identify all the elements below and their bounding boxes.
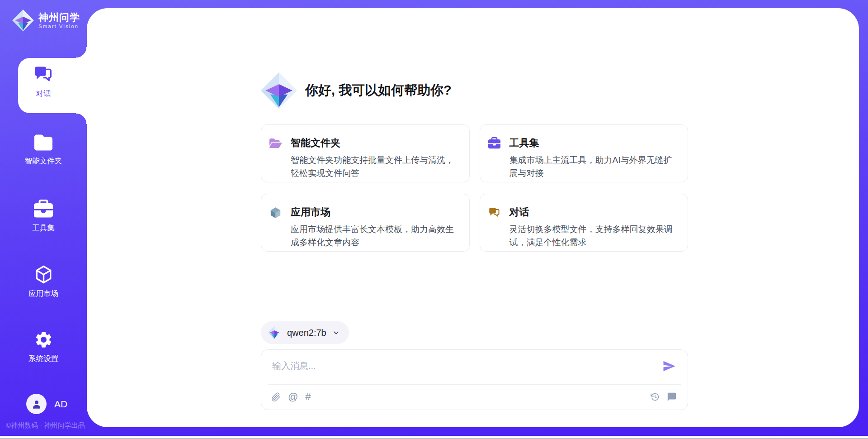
person-icon	[31, 398, 42, 410]
chat-bubbles-icon	[488, 206, 500, 219]
mention-button[interactable]: @	[288, 391, 298, 403]
card-description: 灵活切换多模型文件，支持多样回复效果调试，满足个性化需求	[509, 223, 677, 249]
topic-button[interactable]: #	[305, 391, 311, 403]
toolbox-icon	[34, 200, 53, 219]
paperclip-icon	[271, 392, 281, 402]
active-nav-fillet-bottom	[76, 113, 87, 124]
card-description: 集成市场上主流工具，助力AI与外界无缝扩展与对接	[509, 153, 677, 180]
chevron-down-icon	[332, 329, 340, 337]
hero-logo-icon	[260, 72, 298, 110]
composer-right-tools	[651, 384, 677, 410]
feature-cards: 智能文件夹 智能文件夹功能支持批量文件上传与清洗，轻松实现文件问答 工具集 集成…	[261, 124, 688, 252]
composer-divider	[268, 384, 681, 385]
sidebar-item-toolset[interactable]: 工具集	[0, 200, 87, 233]
card-chat[interactable]: 对话 灵活切换多模型文件，支持多样回复效果调试，满足个性化需求	[480, 194, 689, 252]
sidebar-item-label: 系统设置	[28, 354, 58, 364]
send-icon	[662, 359, 676, 373]
sidebar-item-settings[interactable]: 系统设置	[0, 330, 87, 364]
cube-icon	[269, 206, 282, 219]
avatar[interactable]	[26, 394, 47, 414]
sidebar-item-label: 对话	[36, 89, 51, 99]
card-description: 应用市场提供丰富长文本模板，助力高效生成多样化文章内容	[291, 223, 458, 249]
copyright-footer: ©神州数码 · 神州问学出品	[6, 421, 85, 430]
card-title: 工具集	[509, 136, 539, 150]
sidebar-item-label: 工具集	[32, 223, 55, 233]
sidebar-item-app-market[interactable]: 应用市场	[0, 265, 87, 299]
message-input[interactable]	[272, 356, 643, 375]
model-name: qwen2:7b	[287, 328, 326, 338]
active-nav-fillet-top	[76, 47, 87, 58]
card-description: 智能文件夹功能支持批量文件上传与清洗，轻松实现文件问答	[291, 153, 458, 180]
model-logo-icon	[268, 326, 281, 339]
conversation-button[interactable]	[667, 392, 677, 402]
send-button[interactable]	[662, 359, 676, 374]
card-title: 对话	[509, 205, 529, 219]
toolbox-icon	[488, 137, 500, 149]
card-title: 智能文件夹	[291, 136, 340, 150]
horizontal-scrollbar[interactable]	[0, 436, 868, 439]
brand-subtitle: Smart Vision	[38, 24, 80, 29]
greeting-row: 你好, 我可以如何帮助你?	[260, 72, 452, 110]
history-button[interactable]	[651, 392, 660, 401]
message-composer: @ #	[261, 349, 688, 410]
card-title: 应用市场	[291, 205, 330, 219]
sidebar-item-label: 应用市场	[28, 289, 58, 299]
folder-open-icon	[269, 137, 282, 149]
sidebar: 神州问学 Smart Vision 对话 智能文件夹 工具集 应用市场 系统设置…	[0, 0, 87, 439]
brand-name: 神州问学	[38, 12, 80, 24]
cube-icon	[34, 265, 53, 284]
user-account[interactable]: AD	[26, 394, 67, 414]
chat-bubble-icon	[667, 392, 677, 402]
sidebar-item-smart-folder[interactable]: 智能文件夹	[0, 134, 87, 166]
card-toolset[interactable]: 工具集 集成市场上主流工具，助力AI与外界无缝扩展与对接	[480, 124, 689, 182]
brand-logo-icon	[12, 9, 34, 32]
folder-icon	[34, 134, 52, 152]
card-app-market[interactable]: 应用市场 应用市场提供丰富长文本模板，助力高效生成多样化文章内容	[261, 194, 470, 252]
sidebar-item-label: 智能文件夹	[25, 156, 62, 166]
model-selector[interactable]: qwen2:7b	[261, 321, 349, 344]
brand: 神州问学 Smart Vision	[12, 9, 80, 32]
user-name: AD	[54, 399, 67, 410]
card-smart-folder[interactable]: 智能文件夹 智能文件夹功能支持批量文件上传与清洗，轻松实现文件问答	[261, 124, 470, 182]
history-icon	[651, 392, 660, 401]
composer-tools: @ #	[271, 384, 311, 410]
sidebar-item-chat[interactable]: 对话	[0, 64, 87, 99]
gear-icon	[34, 330, 53, 349]
greeting-text: 你好, 我可以如何帮助你?	[305, 81, 452, 100]
attach-file-button[interactable]	[271, 392, 281, 402]
chat-icon	[33, 64, 53, 84]
